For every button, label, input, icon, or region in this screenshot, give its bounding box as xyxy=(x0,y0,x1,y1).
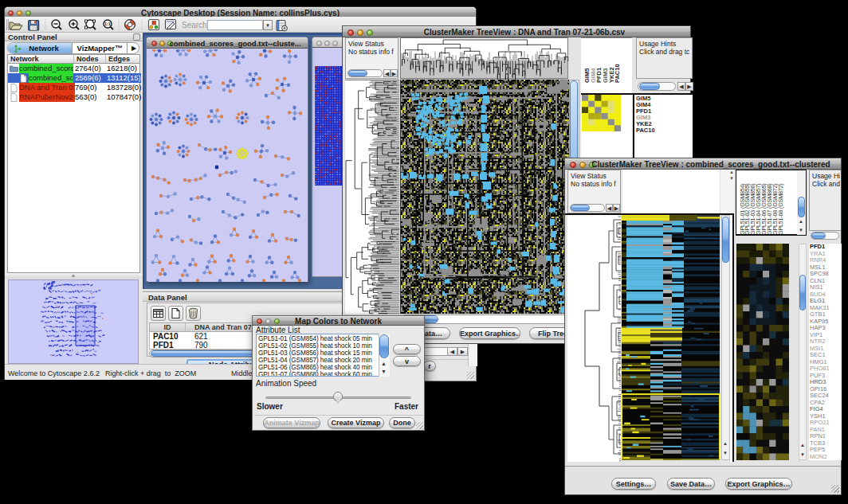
svg-text:1:1: 1:1 xyxy=(104,21,111,26)
